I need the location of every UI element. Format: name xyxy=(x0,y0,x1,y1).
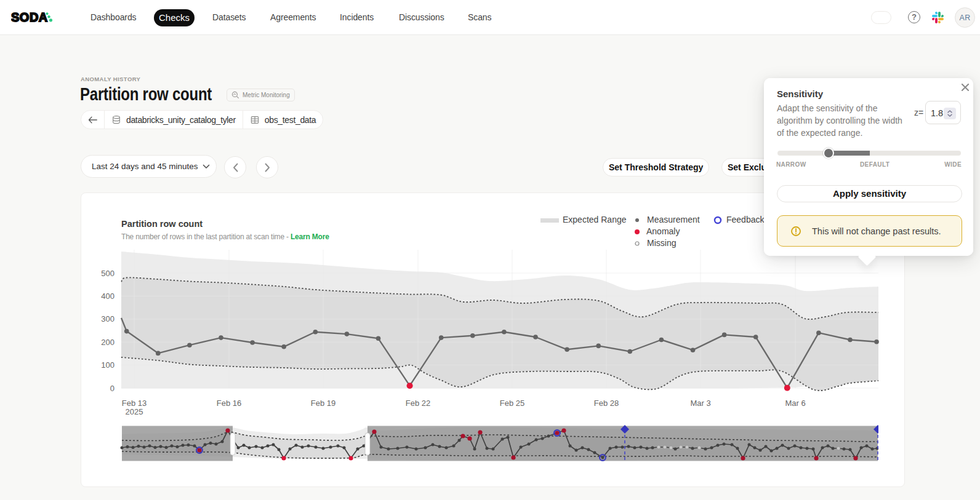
svg-text:Feb 16: Feb 16 xyxy=(217,399,241,408)
svg-text:Feb 13: Feb 13 xyxy=(122,399,147,408)
svg-text:0: 0 xyxy=(110,384,114,393)
svg-text:Feb 28: Feb 28 xyxy=(594,399,619,408)
svg-text:Feb 25: Feb 25 xyxy=(500,399,524,408)
svg-text:500: 500 xyxy=(101,269,114,278)
svg-text:300: 300 xyxy=(101,314,114,323)
svg-text:100: 100 xyxy=(101,360,114,370)
svg-text:Feb 19: Feb 19 xyxy=(311,399,335,408)
svg-text:400: 400 xyxy=(101,292,114,301)
svg-text:Mar 3: Mar 3 xyxy=(690,399,710,408)
svg-text:Feb 22: Feb 22 xyxy=(406,399,430,408)
svg-text:200: 200 xyxy=(101,338,114,347)
svg-text:Mar 6: Mar 6 xyxy=(785,399,805,408)
svg-text:2025: 2025 xyxy=(126,407,143,416)
svg-text:SODA: SODA xyxy=(11,10,48,24)
